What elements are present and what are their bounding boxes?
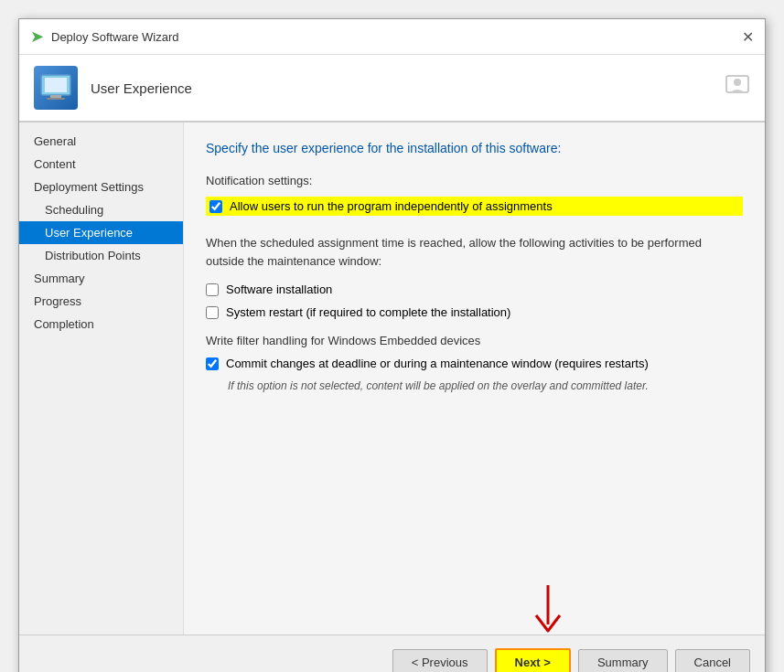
allow-users-checkbox[interactable] <box>209 200 222 213</box>
sidebar-item-progress[interactable]: Progress <box>19 290 183 313</box>
sidebar-item-scheduling[interactable]: Scheduling <box>19 198 183 221</box>
sidebar-item-completion[interactable]: Completion <box>19 313 183 336</box>
deploy-software-wizard: ➤ Deploy Software Wizard ✕ User Experien… <box>18 18 766 672</box>
sidebar: General Content Deployment Settings Sche… <box>19 123 184 635</box>
checkbox1-row: Allow users to run the program independe… <box>206 197 743 216</box>
header-computer-icon <box>34 66 78 110</box>
sidebar-item-user-experience[interactable]: User Experience <box>19 221 183 244</box>
arrow-indicator <box>513 581 568 643</box>
computer-svg <box>38 69 74 106</box>
summary-button[interactable]: Summary <box>578 649 668 672</box>
main-title: Specify the user experience for the inst… <box>206 141 743 155</box>
title-bar: ➤ Deploy Software Wizard ✕ <box>19 19 765 55</box>
dialog-title: Deploy Software Wizard <box>51 30 178 44</box>
software-install-label: Software installation <box>226 283 332 296</box>
cancel-button[interactable]: Cancel <box>675 649 750 672</box>
close-button[interactable]: ✕ <box>742 28 754 46</box>
wizard-step-title: User Experience <box>91 80 192 96</box>
title-bar-left: ➤ Deploy Software Wizard <box>30 27 178 47</box>
sidebar-item-deployment-settings[interactable]: Deployment Settings <box>19 176 183 198</box>
allow-users-label: Allow users to run the program independe… <box>230 199 553 213</box>
wizard-icon: ➤ <box>30 27 44 47</box>
commit-changes-checkbox[interactable] <box>206 357 219 370</box>
commit-changes-label: Commit changes at deadline or during a m… <box>226 357 649 370</box>
note-text: If this option is not selected, content … <box>228 379 743 392</box>
svg-rect-3 <box>47 98 65 100</box>
main-content: Specify the user experience for the inst… <box>184 123 765 635</box>
footer: < Previous Next > Summary Cancel <box>19 635 765 672</box>
sidebar-item-summary[interactable]: Summary <box>19 267 183 290</box>
previous-button[interactable]: < Previous <box>392 649 488 672</box>
sidebar-item-distribution-points[interactable]: Distribution Points <box>19 244 183 267</box>
svg-point-5 <box>734 79 741 86</box>
person-svg <box>725 72 750 98</box>
sidebar-item-content[interactable]: Content <box>19 153 183 176</box>
svg-rect-1 <box>45 78 67 92</box>
description-text: When the scheduled assignment time is re… <box>206 234 743 270</box>
system-restart-checkbox[interactable] <box>206 306 219 319</box>
header-left: User Experience <box>34 66 192 110</box>
person-icon <box>725 72 750 103</box>
svg-rect-2 <box>50 95 61 98</box>
checkbox3-row: System restart (if required to complete … <box>206 305 743 319</box>
wizard-header: User Experience <box>19 55 765 123</box>
notification-label: Notification settings: <box>206 174 743 187</box>
content-area: General Content Deployment Settings Sche… <box>19 123 765 635</box>
write-filter-label: Write filter handling for Windows Embedd… <box>206 334 743 347</box>
software-install-checkbox[interactable] <box>206 283 219 296</box>
checkbox2-row: Software installation <box>206 283 743 296</box>
checkbox4-row: Commit changes at deadline or during a m… <box>206 357 743 370</box>
arrow-svg <box>513 581 568 640</box>
sidebar-item-general[interactable]: General <box>19 130 183 153</box>
next-button[interactable]: Next > <box>495 648 571 672</box>
system-restart-label: System restart (if required to complete … <box>226 305 510 319</box>
